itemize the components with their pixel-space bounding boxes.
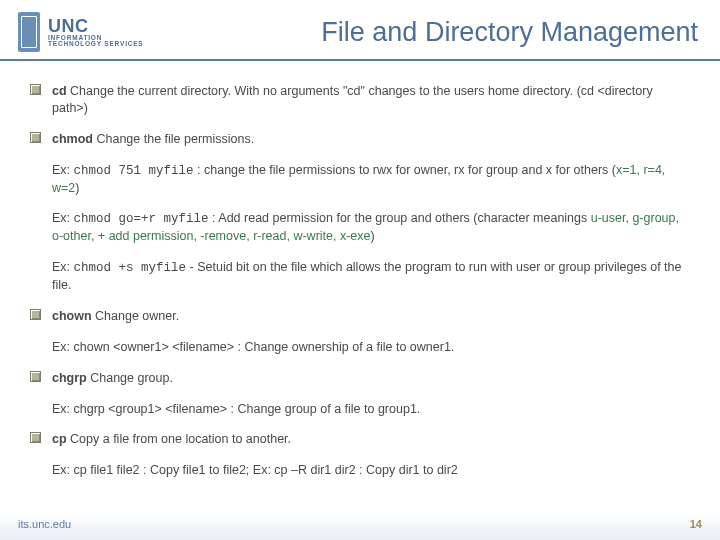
example-text: Ex: chmod go=+r myfile : Add read permis… <box>52 210 690 245</box>
list-item: cd Change the current directory. With no… <box>30 83 690 117</box>
example-text: Ex: chown <owner1> <filename> : Change o… <box>52 339 690 356</box>
desc-cp: Copy a file from one location to another… <box>67 432 291 446</box>
logo: UNC INFORMATION TECHNOLOGY SERVICES <box>18 12 144 52</box>
desc-chmod: Change the file permissions. <box>93 132 254 146</box>
cmd-cd: cd <box>52 84 67 98</box>
ex-prefix: Ex: <box>52 211 74 225</box>
example-text: Ex: cp file1 file2 : Copy file1 to file2… <box>52 462 690 479</box>
ex-mono: chmod +s myfile <box>74 261 187 275</box>
bullet-icon <box>30 84 41 95</box>
list-item: cp Copy a file from one location to anot… <box>30 431 690 448</box>
page-number: 14 <box>690 518 702 530</box>
cmd-chown: chown <box>52 309 92 323</box>
slide-content: cd Change the current directory. With no… <box>0 61 720 479</box>
cmd-chmod: chmod <box>52 132 93 146</box>
ex-post: : Add read permission for the group and … <box>209 211 591 225</box>
header-divider <box>0 59 720 61</box>
slide-header: UNC INFORMATION TECHNOLOGY SERVICES File… <box>0 0 720 61</box>
bullet-icon <box>30 371 41 382</box>
footer-url: its.unc.edu <box>18 518 71 530</box>
desc-chown: Change owner. <box>92 309 180 323</box>
ex-post: : change the file permissions to rwx for… <box>194 163 616 177</box>
ex-mono: chmod go=+r myfile <box>74 212 209 226</box>
list-item: chmod Change the file permissions. <box>30 131 690 148</box>
logo-main: UNC <box>48 17 144 35</box>
bullet-icon <box>30 309 41 320</box>
bullet-icon <box>30 132 41 143</box>
ex-close: ) <box>75 181 79 195</box>
cmd-cp: cp <box>52 432 67 446</box>
slide-footer: its.unc.edu 14 <box>0 514 720 540</box>
example-text: Ex: chmod 751 myfile : change the file p… <box>52 162 690 197</box>
example-text: Ex: chgrp <group1> <filename> : Change g… <box>52 401 690 418</box>
bullet-icon <box>30 432 41 443</box>
cmd-chgrp: chgrp <box>52 371 87 385</box>
ex-mono: chmod 751 myfile <box>74 164 194 178</box>
ex-prefix: Ex: <box>52 163 74 177</box>
page-title: File and Directory Management <box>144 17 702 48</box>
logo-line2: TECHNOLOGY SERVICES <box>48 41 144 48</box>
desc-cd: Change the current directory. With no ar… <box>52 84 653 115</box>
ex-prefix: Ex: <box>52 260 74 274</box>
unc-logo-icon <box>18 12 40 52</box>
list-item: chgrp Change group. <box>30 370 690 387</box>
example-text: Ex: chmod +s myfile - Setuid bit on the … <box>52 259 690 294</box>
list-item: chown Change owner. <box>30 308 690 325</box>
desc-chgrp: Change group. <box>87 371 173 385</box>
ex-close: ) <box>371 229 375 243</box>
